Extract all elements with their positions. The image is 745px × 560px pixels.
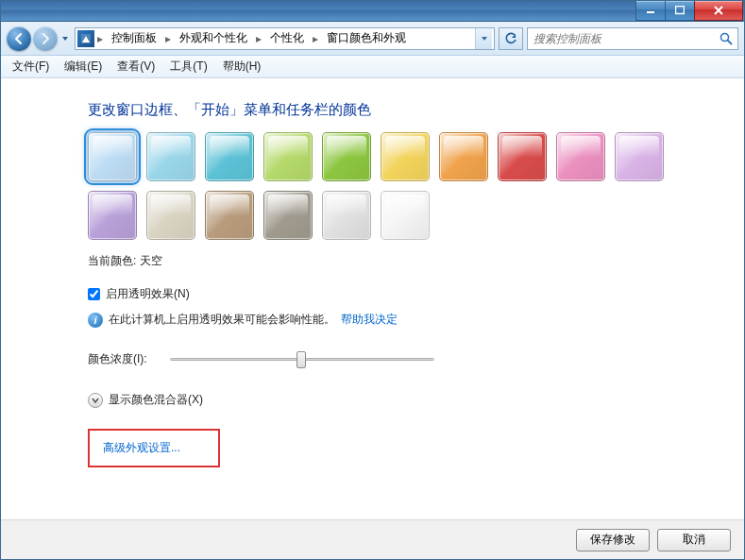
search-box[interactable]: [527, 27, 738, 50]
svg-rect-0: [647, 11, 654, 13]
transparency-checkbox[interactable]: [88, 288, 100, 300]
content-pane: 更改窗口边框、「开始」菜单和任务栏的颜色 当前颜色: 天空 启用透明效果(N) …: [1, 78, 744, 519]
svg-point-3: [721, 33, 729, 41]
help-me-decide-link[interactable]: 帮助我决定: [341, 312, 398, 328]
current-color-row: 当前颜色: 天空: [88, 253, 725, 269]
menubar: 文件(F) 编辑(E) 查看(V) 工具(T) 帮助(H): [1, 56, 744, 78]
personalization-icon: [77, 30, 94, 47]
color-swatch[interactable]: [146, 132, 195, 181]
chevron-right-icon: ▸: [255, 32, 262, 45]
breadcrumb-item[interactable]: 个性化: [264, 28, 310, 48]
save-button[interactable]: 保存修改: [576, 529, 650, 552]
info-icon: i: [88, 313, 103, 328]
color-swatch[interactable]: [88, 191, 137, 240]
breadcrumb-item[interactable]: 控制面板: [106, 28, 162, 48]
color-swatch[interactable]: [205, 132, 254, 181]
chevron-down-icon: [88, 393, 103, 408]
refresh-button[interactable]: [499, 27, 523, 50]
color-swatch[interactable]: [556, 132, 605, 181]
nav-buttons: [7, 26, 71, 51]
color-swatch[interactable]: [615, 132, 664, 181]
color-swatch[interactable]: [439, 132, 488, 181]
color-swatch[interactable]: [322, 132, 371, 181]
window-color-appearance: ▸ 控制面板 ▸ 外观和个性化 ▸ 个性化 ▸ 窗口颜色和外观 文件(F) 编辑…: [0, 0, 745, 560]
chevron-right-icon: ▸: [96, 32, 104, 45]
color-swatch[interactable]: [381, 191, 430, 240]
transparency-row: 启用透明效果(N): [88, 286, 725, 302]
back-button[interactable]: [7, 26, 31, 51]
footer-bar: 保存修改 取消: [1, 519, 744, 559]
svg-line-4: [728, 40, 733, 44]
color-mixer-expander[interactable]: 显示颜色混合器(X): [88, 392, 725, 408]
nav-history-dropdown[interactable]: [59, 28, 71, 49]
slider-thumb[interactable]: [296, 351, 306, 368]
navigation-row: ▸ 控制面板 ▸ 外观和个性化 ▸ 个性化 ▸ 窗口颜色和外观: [1, 22, 744, 56]
svg-rect-1: [676, 7, 685, 14]
forward-button[interactable]: [33, 26, 58, 51]
color-swatch[interactable]: [146, 191, 195, 240]
breadcrumb-item[interactable]: 外观和个性化: [174, 28, 253, 48]
intensity-label: 颜色浓度(I):: [88, 351, 147, 367]
color-swatch[interactable]: [322, 191, 371, 240]
page-title: 更改窗口边框、「开始」菜单和任务栏的颜色: [88, 101, 725, 119]
address-bar[interactable]: ▸ 控制面板 ▸ 外观和个性化 ▸ 个性化 ▸ 窗口颜色和外观: [75, 27, 495, 50]
intensity-row: 颜色浓度(I):: [88, 348, 725, 369]
advanced-settings-highlight: 高级外观设置...: [88, 429, 220, 467]
transparency-label[interactable]: 启用透明效果(N): [106, 286, 190, 302]
cancel-button[interactable]: 取消: [657, 529, 731, 552]
minimize-button[interactable]: [635, 1, 666, 21]
color-swatch[interactable]: [381, 132, 430, 181]
search-input[interactable]: [532, 31, 719, 46]
color-swatch[interactable]: [498, 132, 547, 181]
close-button[interactable]: [694, 1, 743, 21]
performance-info-row: i 在此计算机上启用透明效果可能会影响性能。 帮助我决定: [88, 312, 725, 328]
titlebar: [1, 1, 744, 22]
color-swatch[interactable]: [263, 132, 313, 181]
intensity-slider[interactable]: [170, 348, 434, 369]
search-icon: [719, 31, 734, 46]
menu-file[interactable]: 文件(F): [5, 56, 57, 77]
address-dropdown[interactable]: [475, 28, 492, 49]
color-swatch-grid: [88, 132, 673, 240]
menu-edit[interactable]: 编辑(E): [57, 56, 110, 77]
chevron-right-icon: ▸: [164, 32, 172, 45]
color-swatch[interactable]: [205, 191, 254, 240]
menu-tools[interactable]: 工具(T): [162, 56, 214, 77]
color-swatch[interactable]: [263, 191, 313, 240]
menu-help[interactable]: 帮助(H): [215, 56, 269, 77]
chevron-right-icon: ▸: [312, 32, 319, 45]
color-mixer-label: 显示颜色混合器(X): [109, 392, 203, 408]
performance-warning-text: 在此计算机上启用透明效果可能会影响性能。: [109, 312, 335, 328]
maximize-button[interactable]: [665, 1, 695, 21]
current-color-name: 天空: [140, 254, 162, 267]
menu-view[interactable]: 查看(V): [110, 56, 162, 77]
color-swatch[interactable]: [88, 132, 137, 181]
breadcrumb-item[interactable]: 窗口颜色和外观: [321, 28, 412, 48]
advanced-appearance-link[interactable]: 高级外观设置...: [103, 441, 180, 454]
current-color-label: 当前颜色:: [88, 254, 136, 267]
